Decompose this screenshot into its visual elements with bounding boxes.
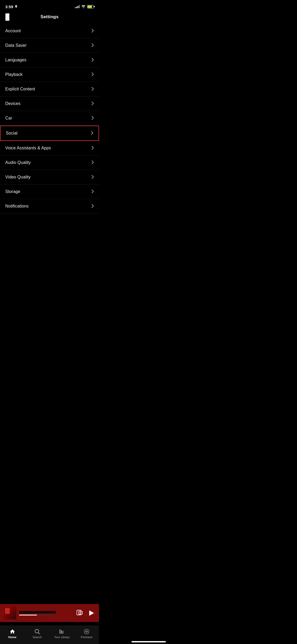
- settings-item-label-playback: Playback: [5, 72, 23, 77]
- location-icon: [15, 5, 17, 8]
- chevron-icon-account: [92, 29, 94, 33]
- chevron-icon-car: [92, 116, 94, 121]
- settings-item-social[interactable]: Social: [0, 126, 99, 141]
- chevron-icon-data-saver: [92, 43, 94, 48]
- settings-item-label-languages: Languages: [5, 58, 26, 62]
- settings-item-video-quality[interactable]: Video Quality: [0, 170, 99, 185]
- settings-item-label-video-quality: Video Quality: [5, 175, 31, 180]
- settings-item-playback[interactable]: Playback: [0, 67, 99, 82]
- settings-item-label-social: Social: [6, 131, 17, 136]
- settings-item-label-data-saver: Data Saver: [5, 43, 27, 48]
- chevron-icon-devices: [92, 102, 94, 106]
- settings-item-label-voice-assistants: Voice Assistants & Apps: [5, 146, 51, 150]
- settings-item-label-account: Account: [5, 29, 21, 33]
- settings-item-car[interactable]: Car: [0, 111, 99, 126]
- settings-item-voice-assistants[interactable]: Voice Assistants & Apps: [0, 141, 99, 155]
- back-button[interactable]: [5, 13, 10, 21]
- status-time: 3:59: [5, 4, 13, 9]
- settings-item-notifications[interactable]: Notifications: [0, 199, 99, 214]
- chevron-icon-video-quality: [92, 175, 94, 180]
- wifi-icon: [81, 5, 86, 8]
- chevron-icon-languages: [92, 58, 94, 62]
- chevron-icon-social: [91, 131, 93, 136]
- settings-item-label-notifications: Notifications: [5, 204, 29, 209]
- header: Settings: [0, 12, 99, 24]
- chevron-icon-playback: [92, 72, 94, 77]
- settings-list: AccountData SaverLanguagesPlaybackExplic…: [0, 24, 99, 266]
- settings-item-label-storage: Storage: [5, 189, 20, 194]
- status-bar: 3:59: [0, 0, 99, 12]
- chevron-icon-voice-assistants: [92, 146, 94, 150]
- chevron-icon-storage: [92, 190, 94, 194]
- settings-item-label-audio-quality: Audio Quality: [5, 160, 31, 165]
- chevron-icon-notifications: [92, 204, 94, 209]
- settings-item-label-devices: Devices: [5, 101, 21, 106]
- settings-item-account[interactable]: Account: [0, 24, 99, 38]
- chevron-icon-explicit-content: [92, 87, 94, 91]
- settings-item-languages[interactable]: Languages: [0, 53, 99, 67]
- page-title: Settings: [40, 14, 59, 20]
- battery-icon: [87, 5, 94, 8]
- settings-item-audio-quality[interactable]: Audio Quality: [0, 155, 99, 170]
- settings-item-explicit-content[interactable]: Explicit Content: [0, 82, 99, 96]
- settings-item-storage[interactable]: Storage: [0, 185, 99, 199]
- settings-item-label-car: Car: [5, 116, 12, 121]
- chevron-icon-audio-quality: [92, 160, 94, 165]
- status-icons: [75, 5, 94, 8]
- signal-bars: [75, 5, 80, 8]
- settings-item-data-saver[interactable]: Data Saver: [0, 38, 99, 53]
- settings-item-devices[interactable]: Devices: [0, 96, 99, 111]
- settings-item-label-explicit-content: Explicit Content: [5, 87, 35, 91]
